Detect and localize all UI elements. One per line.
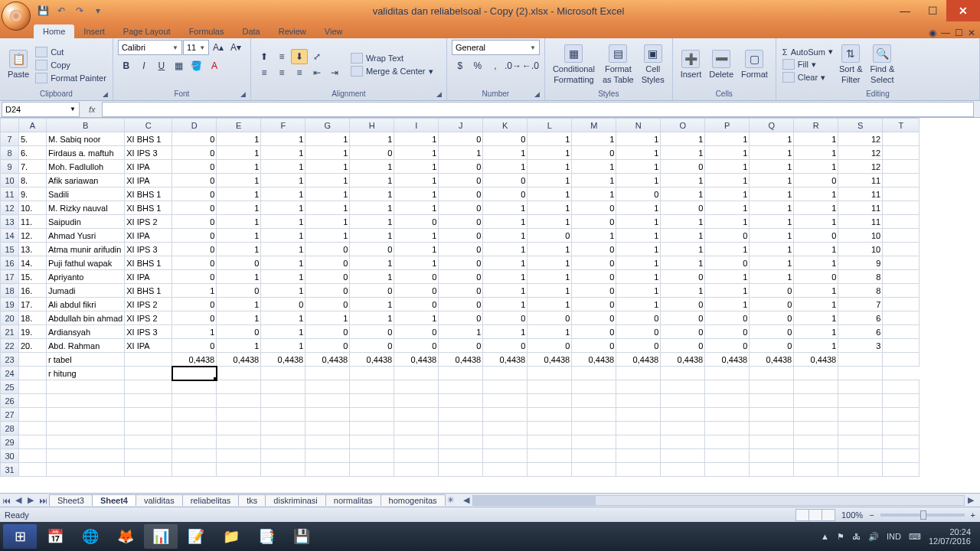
cell[interactable]: 1 <box>750 160 794 174</box>
cell[interactable] <box>125 449 172 463</box>
cell[interactable]: 0 <box>172 339 217 353</box>
cell[interactable]: 0 <box>172 311 217 325</box>
cell[interactable]: 0 <box>616 187 661 201</box>
cell[interactable] <box>19 463 47 477</box>
tray-up-icon[interactable]: ▲ <box>821 532 829 541</box>
cell[interactable]: 0 <box>394 270 439 284</box>
cell[interactable]: 0 <box>661 325 705 339</box>
cell[interactable]: 9 <box>838 256 883 270</box>
horizontal-scrollbar[interactable]: ◀▶ <box>460 495 977 506</box>
cell[interactable] <box>883 160 920 174</box>
cell[interactable]: 1 <box>794 132 838 146</box>
cell[interactable]: 0,4438 <box>661 353 705 367</box>
row-header[interactable]: 20 <box>1 311 19 325</box>
cell[interactable]: 0 <box>661 160 705 174</box>
cell[interactable]: 0 <box>661 339 705 353</box>
cell[interactable]: 0 <box>217 325 261 339</box>
cell[interactable] <box>394 380 439 394</box>
cell[interactable] <box>305 408 350 422</box>
cell[interactable] <box>705 449 750 463</box>
cell[interactable]: 6 <box>838 325 883 339</box>
cell[interactable]: 16. <box>19 284 47 298</box>
cell[interactable]: Saipudin <box>47 215 125 229</box>
wrap-text-button[interactable]: Wrap Text <box>349 52 435 64</box>
cell[interactable]: XI IPS 2 <box>125 215 172 229</box>
cell[interactable]: 1 <box>350 229 394 243</box>
row-header[interactable]: 8 <box>1 146 19 160</box>
cell[interactable] <box>483 435 528 449</box>
cell[interactable]: 0 <box>394 215 439 229</box>
cell[interactable] <box>616 449 661 463</box>
cell[interactable]: 6 <box>838 311 883 325</box>
cell[interactable]: 1 <box>439 325 483 339</box>
cell[interactable] <box>661 449 705 463</box>
cell[interactable]: 0 <box>350 325 394 339</box>
cell[interactable] <box>125 380 172 394</box>
cell[interactable]: 0 <box>172 256 217 270</box>
cell[interactable]: 0 <box>572 243 616 256</box>
zoom-percent[interactable]: 100% <box>841 510 863 520</box>
cell[interactable] <box>350 422 394 435</box>
cell[interactable] <box>750 380 794 394</box>
cell[interactable] <box>125 408 172 422</box>
percent-icon[interactable]: % <box>469 58 486 73</box>
cell[interactable]: 1 <box>483 229 528 243</box>
cell[interactable]: 0 <box>572 325 616 339</box>
cell[interactable] <box>305 380 350 394</box>
taskbar-powerpoint-icon[interactable]: 📑 <box>250 524 283 549</box>
cell[interactable]: 1 <box>616 243 661 256</box>
col-header[interactable]: K <box>483 119 528 132</box>
cell[interactable] <box>883 187 920 201</box>
cell[interactable] <box>528 394 572 408</box>
cell[interactable]: 1 <box>172 325 217 339</box>
zoom-in-icon[interactable]: + <box>971 510 975 520</box>
cell[interactable]: 6. <box>19 146 47 160</box>
cell[interactable]: 0 <box>439 215 483 229</box>
font-dialog-icon[interactable]: ◢ <box>240 90 246 98</box>
cell[interactable]: 0 <box>750 298 794 311</box>
cell[interactable] <box>883 201 920 215</box>
cell[interactable] <box>483 449 528 463</box>
row-header[interactable]: 15 <box>1 243 19 256</box>
cell[interactable]: 1 <box>350 201 394 215</box>
cell[interactable] <box>883 298 920 311</box>
cell[interactable] <box>883 284 920 298</box>
cell[interactable]: 1 <box>261 311 305 325</box>
cell[interactable]: 1 <box>616 132 661 146</box>
cell[interactable] <box>572 449 616 463</box>
cell[interactable]: 1 <box>217 146 261 160</box>
cell[interactable] <box>305 394 350 408</box>
cell[interactable] <box>19 408 47 422</box>
cell[interactable]: XI IPS 3 <box>125 325 172 339</box>
italic-button[interactable]: I <box>136 58 152 73</box>
cell[interactable]: 1 <box>217 132 261 146</box>
cell[interactable]: 1 <box>661 146 705 160</box>
cell[interactable]: 1 <box>217 174 261 187</box>
cell[interactable]: 1 <box>750 201 794 215</box>
cell[interactable]: r hitung <box>47 367 125 380</box>
cell[interactable] <box>883 270 920 284</box>
active-cell[interactable] <box>172 367 217 380</box>
cell[interactable] <box>794 449 838 463</box>
cell[interactable]: 1 <box>261 243 305 256</box>
cell[interactable] <box>750 463 794 477</box>
align-middle-icon[interactable]: ≡ <box>273 49 290 64</box>
cell[interactable]: 0 <box>217 284 261 298</box>
cell[interactable]: 1 <box>350 270 394 284</box>
format-cells-button[interactable]: ▢Format <box>738 50 771 80</box>
cell[interactable]: XI IPA <box>125 174 172 187</box>
cell[interactable] <box>439 380 483 394</box>
cell[interactable] <box>47 435 125 449</box>
cell[interactable]: 1 <box>394 229 439 243</box>
cell[interactable]: 1 <box>572 174 616 187</box>
cell[interactable]: 1 <box>705 270 750 284</box>
cell[interactable]: 3 <box>838 339 883 353</box>
tab-insert[interactable]: Insert <box>74 24 114 38</box>
row-header[interactable]: 30 <box>1 449 19 463</box>
cell[interactable]: 12 <box>838 146 883 160</box>
align-top-icon[interactable]: ⬆ <box>256 49 273 64</box>
cell[interactable]: Moh. Fadlulloh <box>47 160 125 174</box>
cell[interactable]: 12. <box>19 229 47 243</box>
cell[interactable]: 1 <box>439 146 483 160</box>
cell[interactable]: 7 <box>838 298 883 311</box>
